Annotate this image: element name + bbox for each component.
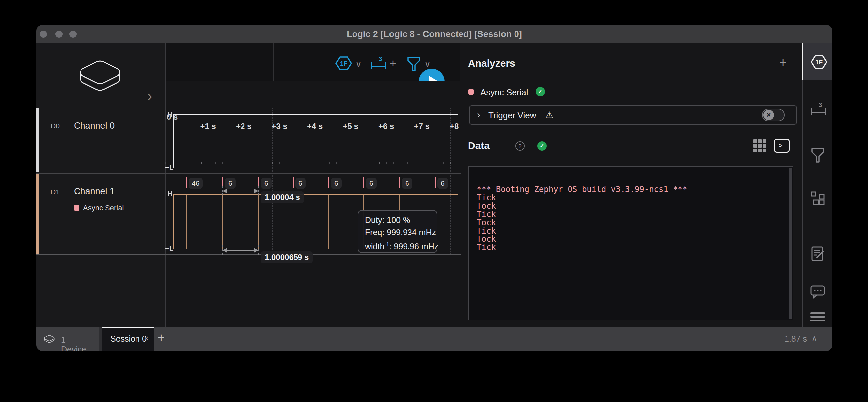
frame-start-tick [292, 177, 293, 188]
arrow-head-right [254, 189, 258, 193]
terminal-line: Tick [477, 194, 785, 202]
serial-pulse [222, 194, 223, 249]
bottom-bar: 1 Device ∨ Session 0 × + 1.87 s ∧ [36, 327, 832, 351]
timeline-tick-label: +4 s [307, 122, 323, 131]
measurement-label-bottom[interactable]: 1.0000659 s [261, 251, 313, 263]
trigger-view-toggle[interactable]: × [762, 109, 784, 121]
timeline-minor-tick [436, 162, 436, 164]
session-tab[interactable]: Session 0 × [102, 327, 154, 351]
warning-icon: ⚠ [545, 110, 553, 120]
frame-value-badge: 46 [188, 178, 203, 189]
measurement-tooltip: Duty: 100 %Freq: 999.934 mHzwidth-1: 999… [358, 210, 437, 253]
capture-duration[interactable]: 1.87 s [784, 334, 807, 344]
sidebar-trigger-icon[interactable] [810, 147, 825, 163]
timeline-minor-tick [422, 162, 422, 164]
row-separator [36, 108, 461, 109]
timeline-minor-tick [301, 162, 301, 164]
channel0-color-strip [36, 109, 39, 172]
session-tab-label: Session 0 [110, 334, 147, 344]
device-settings-dropdown[interactable]: 1F ∨ [335, 56, 352, 72]
timeline-major-tick [201, 162, 202, 164]
channel1-low-dash [165, 249, 169, 249]
sidebar-measurements-icon[interactable]: 3 [810, 102, 827, 117]
analyzer-color-dot [468, 89, 474, 95]
close-tab-icon[interactable]: × [144, 334, 149, 343]
add-analyzer-button[interactable]: + [779, 55, 786, 70]
timeline-major-tick [415, 162, 415, 164]
frame-start-tick [186, 177, 187, 188]
chevron-right-icon[interactable]: › [477, 110, 480, 120]
add-measurement-button[interactable]: + [390, 57, 396, 69]
channel-row-d1[interactable]: D1 Channel 1 Async Serial [36, 173, 165, 254]
help-icon[interactable]: ? [516, 141, 525, 151]
measurements-tool[interactable]: 3 + [370, 56, 387, 72]
timeline-minor-tick [244, 162, 244, 164]
tooltip-row: Freq: 999.934 mHz [365, 226, 437, 238]
timeline-minor-tick [350, 162, 351, 164]
timeline-minor-tick [372, 162, 372, 164]
capture-toolbar: 1F ∨ 3 + ∨ [166, 44, 460, 81]
device-hexagon-icon: 1F [335, 56, 352, 71]
channel0-high-marker: H [168, 111, 172, 118]
channel1-analyzer-dot [74, 205, 79, 211]
table-view-icon[interactable] [753, 139, 766, 152]
timeline-ruler[interactable] [166, 81, 460, 108]
terminal-line: Tock [477, 235, 785, 243]
arrow-head-right [254, 248, 258, 253]
measurement-label-top[interactable]: 1.00004 s [261, 191, 304, 203]
sidebar-analyzers-icon[interactable] [810, 191, 825, 206]
terminal-output[interactable]: *** Booting Zephyr OS build v3.3.99-ncs1… [468, 166, 794, 320]
sidebar-divider [802, 44, 803, 327]
terminal-view-icon[interactable]: >_ [774, 139, 790, 152]
trigger-view-row[interactable]: › Trigger View ⚠ × [469, 106, 797, 125]
device-count-dropdown[interactable]: 1 Device ∨ [42, 333, 57, 347]
terminal-scrollbar[interactable] [789, 168, 792, 319]
device-small-icon [42, 333, 57, 345]
sidebar-notes-icon[interactable] [810, 246, 826, 261]
channel0-name[interactable]: Channel 0 [74, 121, 115, 131]
frame-value-badge: 6 [261, 178, 272, 189]
timeline-tick-label: +1 s [200, 122, 216, 131]
terminal-line: *** Booting Zephyr OS build v3.3.99-ncs1… [477, 185, 785, 194]
analyzer-item-async-serial[interactable]: Async Serial ✓ [468, 86, 796, 101]
channel1-name[interactable]: Channel 1 [74, 186, 115, 197]
window-title: Logic 2 [Logic 8 - Connected] [Session 0… [36, 25, 832, 44]
channel1-low-marker: L [169, 245, 173, 253]
new-session-button[interactable]: + [158, 331, 165, 345]
channel1-edge-trace [173, 194, 174, 249]
svg-text:3: 3 [379, 56, 382, 62]
timeline-minor-tick [458, 162, 458, 164]
trigger-funnel-icon [406, 56, 421, 72]
timeline-minor-tick [329, 162, 330, 164]
frame-start-tick [399, 177, 400, 188]
terminal-line: Tock [477, 219, 785, 227]
sidebar-device-hexagon-icon[interactable]: 1F [810, 54, 828, 70]
timeline-minor-tick [194, 162, 194, 164]
channel0-low-marker: L [169, 164, 173, 171]
channel0-edge-trace [173, 114, 174, 168]
sidebar-feedback-chat-icon[interactable] [810, 285, 825, 299]
frame-value-badge: 6 [225, 178, 236, 189]
terminal-line: Tock [477, 202, 785, 210]
frame-value-badge: 6 [437, 178, 448, 189]
timeline-minor-tick [443, 162, 444, 164]
trigger-dropdown[interactable]: ∨ [406, 56, 421, 73]
serial-pulse [328, 194, 329, 249]
device-panel-expand-chevron[interactable]: › [148, 89, 152, 103]
frame-start-tick [328, 177, 329, 188]
channel-row-d0[interactable]: D0 Channel 0 [36, 108, 165, 173]
timeline-minor-tick [251, 162, 251, 164]
terminal-line: Tick [477, 210, 785, 219]
device-icon [69, 55, 131, 96]
timeline-minor-tick [180, 162, 180, 164]
svg-text:1F: 1F [815, 59, 823, 66]
sidebar-menu-icon[interactable] [810, 312, 825, 321]
measure-guide [222, 186, 223, 195]
timeline-minor-tick [208, 162, 208, 164]
channel1-analyzer-label[interactable]: Async Serial [83, 204, 124, 212]
timeline-tick-label: +8 [450, 122, 459, 131]
arrow-head-left [223, 248, 227, 253]
device-panel[interactable]: › [36, 44, 165, 108]
timeline-minor-tick [279, 162, 280, 164]
chevron-up-icon[interactable]: ∧ [812, 334, 817, 343]
